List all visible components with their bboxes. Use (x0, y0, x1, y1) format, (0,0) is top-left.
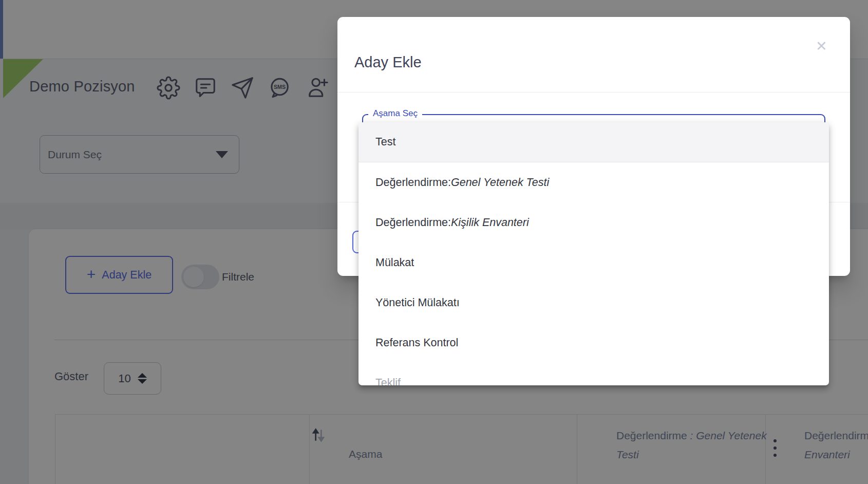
modal-title: Aday Ekle (354, 54, 422, 71)
menu-item-reference-check[interactable]: Referans Kontrol (358, 323, 829, 363)
stage-field-label: Aşama Seç (368, 108, 422, 119)
menu-item-interview[interactable]: Mülakat (358, 243, 829, 283)
modal-header-divider (337, 92, 850, 92)
menu-item-offer[interactable]: Teklif (358, 363, 829, 385)
menu-item-assessment-personality[interactable]: Değerlendirme: Kişilik Envanteri (358, 202, 829, 243)
menu-item-assessment-general[interactable]: Değerlendirme: Genel Yetenek Testi (358, 162, 829, 202)
menu-item-manager-interview[interactable]: Yönetici Mülakatı (358, 283, 829, 323)
menu-item-test[interactable]: Test (358, 122, 829, 162)
app-root: Demo Pozisyon SMS Durum Seç + Aday Ekle … (0, 0, 868, 484)
close-icon[interactable]: ✕ (816, 40, 827, 53)
stage-dropdown-menu: Test Değerlendirme: Genel Yetenek Testi … (358, 122, 829, 385)
